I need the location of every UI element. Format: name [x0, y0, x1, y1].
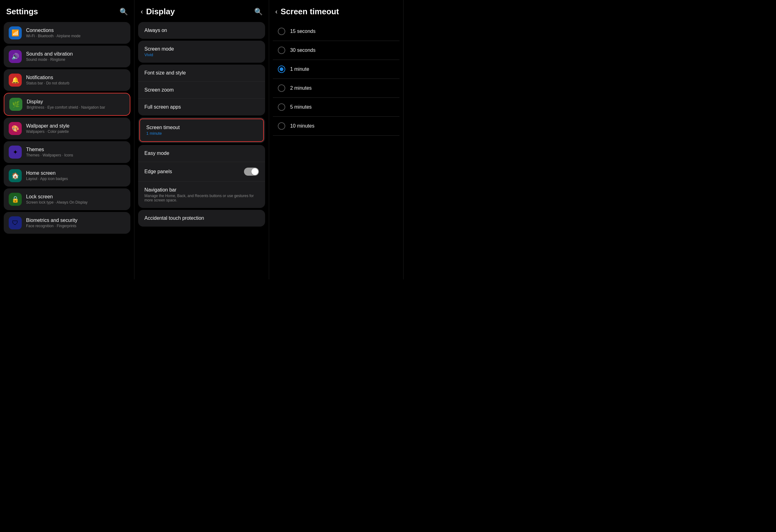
- sounds-subtitle: Sound mode · Ringtone: [26, 57, 73, 62]
- sounds-text: Sounds and vibration Sound mode · Ringto…: [26, 51, 73, 62]
- timeout-list: 15 seconds 30 seconds 1 minute 2 minutes…: [269, 20, 403, 279]
- wallpaper-text: Wallpaper and style Wallpapers · Color p…: [26, 123, 69, 134]
- easy_mode-title: Easy mode: [144, 151, 169, 156]
- timeout-option-5m[interactable]: 5 minutes: [273, 98, 399, 117]
- display-item-easy_mode[interactable]: Easy mode: [138, 145, 265, 162]
- screen_zoom-title: Screen zoom: [144, 87, 174, 93]
- home-title: Home screen: [26, 170, 68, 176]
- edge_panels-toggle-thumb: [251, 168, 258, 175]
- connections-subtitle: Wi-Fi · Bluetooth · Airplane mode: [26, 34, 80, 38]
- screen_mode-subtitle: Vivid: [144, 52, 258, 57]
- display-item-nav_bar[interactable]: Navigation barManage the Home, Back, and…: [138, 182, 265, 208]
- settings-item-display[interactable]: 🌿 Display Brightness · Eye comfort shiel…: [4, 93, 130, 116]
- notifications-subtitle: Status bar · Do not disturb: [26, 81, 69, 85]
- radio-fill: [280, 67, 283, 71]
- display-title: Display: [146, 7, 251, 16]
- display-back-icon[interactable]: ‹: [141, 8, 143, 16]
- connections-text: Connections Wi-Fi · Bluetooth · Airplane…: [26, 28, 80, 38]
- settings-item-connections[interactable]: 📶 Connections Wi-Fi · Bluetooth · Airpla…: [4, 22, 130, 44]
- timeout-option-2m[interactable]: 2 minutes: [273, 79, 399, 98]
- settings-header: Settings 🔍: [0, 0, 134, 20]
- notifications-text: Notifications Status bar · Do not distur…: [26, 75, 69, 85]
- settings-search-icon[interactable]: 🔍: [120, 8, 128, 16]
- lock-text: Lock screen Screen lock type · Always On…: [26, 194, 87, 204]
- screen_timeout-subtitle: 1 minute: [146, 131, 257, 136]
- display-group: Easy mode Edge panels Navigation barMana…: [138, 145, 265, 208]
- settings-title: Settings: [6, 7, 117, 16]
- display-group: Screen timeout 1 minute: [138, 117, 265, 143]
- settings-item-wallpaper[interactable]: 🎨 Wallpaper and style Wallpapers · Color…: [4, 118, 130, 139]
- lock-icon: 🔒: [9, 193, 22, 206]
- display-header: ‹ Display 🔍: [135, 0, 268, 20]
- display-panel: ‹ Display 🔍 Always on Screen mode Vivid …: [135, 0, 269, 279]
- settings-item-themes[interactable]: ✦ Themes Themes · Wallpapers · Icons: [4, 141, 130, 163]
- timeout-option-15s[interactable]: 15 seconds: [273, 22, 399, 41]
- home-text: Home screen Layout · App icon badges: [26, 170, 68, 181]
- settings-item-lock[interactable]: 🔒 Lock screen Screen lock type · Always …: [4, 188, 130, 210]
- settings-item-home[interactable]: 🏠 Home screen Layout · App icon badges: [4, 165, 130, 187]
- 15s-radio: [278, 28, 285, 35]
- home-icon: 🏠: [9, 169, 22, 182]
- 15s-label: 15 seconds: [290, 29, 316, 34]
- 30s-label: 30 seconds: [290, 47, 316, 53]
- sounds-icon: 🔊: [9, 50, 22, 63]
- display-group: Screen mode Vivid: [138, 41, 265, 63]
- settings-item-notifications[interactable]: 🔔 Notifications Status bar · Do not dist…: [4, 69, 130, 91]
- lock-title: Lock screen: [26, 194, 87, 200]
- 1m-radio: [278, 65, 285, 73]
- settings-list: 📶 Connections Wi-Fi · Bluetooth · Airpla…: [0, 20, 134, 279]
- wallpaper-title: Wallpaper and style: [26, 123, 69, 129]
- font_size-title: Font size and style: [144, 70, 186, 75]
- sounds-title: Sounds and vibration: [26, 51, 73, 57]
- display-title: Display: [27, 99, 105, 105]
- themes-text: Themes Themes · Wallpapers · Icons: [26, 147, 73, 157]
- settings-item-biometrics[interactable]: 🛡 Biometrics and security Face recogniti…: [4, 212, 130, 234]
- themes-icon: ✦: [9, 146, 22, 159]
- edge_panels-title: Edge panels: [144, 169, 172, 174]
- display-item-edge_panels[interactable]: Edge panels: [138, 162, 265, 182]
- display-group: Font size and style Screen zoom Full scr…: [138, 64, 265, 116]
- timeout-panel: ‹ Screen timeout 15 seconds 30 seconds 1…: [269, 0, 403, 279]
- display-item-full_screen[interactable]: Full screen apps: [138, 99, 265, 116]
- 5m-label: 5 minutes: [290, 104, 312, 110]
- wallpaper-icon: 🎨: [9, 122, 22, 135]
- settings-panel: Settings 🔍 📶 Connections Wi-Fi · Bluetoo…: [0, 0, 135, 279]
- timeout-title: Screen timeout: [280, 7, 397, 16]
- timeout-option-1m[interactable]: 1 minute: [273, 60, 399, 79]
- nav_bar-title: Navigation bar: [144, 187, 176, 192]
- display-item-screen_timeout[interactable]: Screen timeout 1 minute: [139, 119, 263, 142]
- wallpaper-subtitle: Wallpapers · Color palette: [26, 130, 69, 134]
- display-item-screen_zoom[interactable]: Screen zoom: [138, 81, 265, 99]
- lock-subtitle: Screen lock type · Always On Display: [26, 200, 87, 204]
- 1m-label: 1 minute: [290, 66, 309, 72]
- 10m-radio: [278, 122, 285, 130]
- display-item-accidental_touch[interactable]: Accidental touch protection: [138, 210, 265, 226]
- 2m-label: 2 minutes: [290, 85, 312, 91]
- display-group: Accidental touch protection: [138, 210, 265, 226]
- 5m-radio: [278, 103, 285, 111]
- notifications-icon: 🔔: [9, 73, 22, 86]
- biometrics-subtitle: Face recognition · Fingerprints: [26, 224, 77, 228]
- 2m-radio: [278, 84, 285, 92]
- 30s-radio: [278, 46, 285, 54]
- biometrics-title: Biometrics and security: [26, 218, 77, 223]
- themes-title: Themes: [26, 147, 73, 152]
- settings-item-sounds[interactable]: 🔊 Sounds and vibration Sound mode · Ring…: [4, 46, 130, 67]
- timeout-option-10m[interactable]: 10 minutes: [273, 117, 399, 136]
- display-item-font_size[interactable]: Font size and style: [138, 64, 265, 81]
- display-item-always_on[interactable]: Always on: [138, 22, 265, 39]
- display-text: Display Brightness · Eye comfort shield …: [27, 99, 105, 110]
- display-subtitle: Brightness · Eye comfort shield · Naviga…: [27, 105, 105, 110]
- screen_mode-title: Screen mode: [144, 46, 174, 51]
- 10m-label: 10 minutes: [290, 123, 315, 129]
- biometrics-text: Biometrics and security Face recognition…: [26, 218, 77, 228]
- timeout-option-30s[interactable]: 30 seconds: [273, 41, 399, 60]
- display-list: Always on Screen mode Vivid Font size an…: [135, 20, 268, 279]
- display-item-screen_mode[interactable]: Screen mode Vivid: [138, 41, 265, 63]
- timeout-back-icon[interactable]: ‹: [275, 8, 277, 16]
- connections-title: Connections: [26, 28, 80, 33]
- edge_panels-toggle[interactable]: [244, 168, 259, 176]
- full_screen-title: Full screen apps: [144, 104, 181, 110]
- display-search-icon[interactable]: 🔍: [254, 8, 262, 16]
- timeout-header: ‹ Screen timeout: [269, 0, 403, 20]
